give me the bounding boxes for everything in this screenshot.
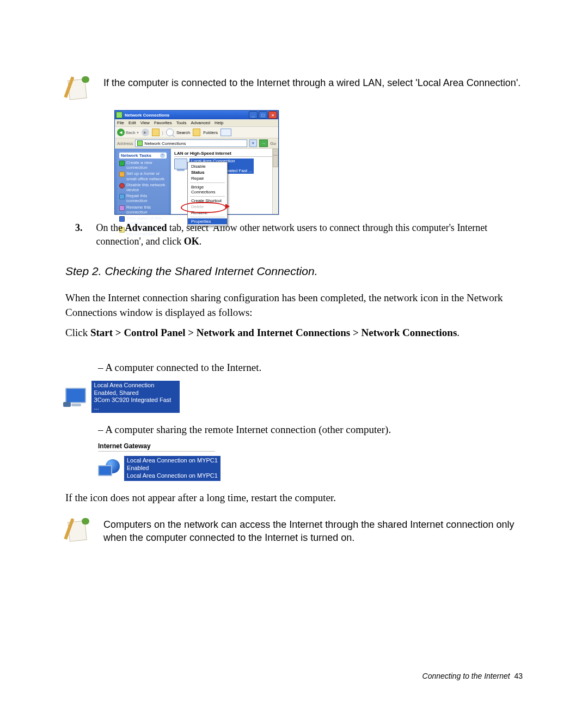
- toolbar: ◄ Back ▾ ► | Search Folders: [115, 127, 278, 138]
- side-panel: Network Tasks ˄ Create a new connection …: [115, 149, 171, 214]
- task-disable[interactable]: Disable this network device: [119, 182, 167, 192]
- address-dropdown[interactable]: ▾: [249, 139, 257, 147]
- ctx-status[interactable]: Status: [188, 169, 227, 175]
- globe-monitor-icon: [98, 459, 120, 478]
- group-header: LAN or High-Speed Internet: [174, 151, 276, 157]
- menu-view[interactable]: View: [140, 120, 150, 125]
- main-content: ˄ LAN or High-Speed Internet Local Area …: [171, 149, 278, 214]
- folders-icon: [193, 129, 200, 136]
- gateway-header: Internet Gateway: [98, 442, 215, 452]
- section-heading: Step 2. Checking the Shared Internet Con…: [65, 265, 523, 278]
- document-page: If the computer is connected to the Inte…: [0, 0, 588, 713]
- bullet-1: – A computer connected to the Internet.: [98, 361, 523, 375]
- side-panel-title[interactable]: Network Tasks ˄: [119, 153, 167, 159]
- note-text-1: If the computer is connected to the Inte…: [103, 76, 523, 89]
- paragraph-1: When the Internet connection sharing con…: [65, 291, 523, 320]
- up-folder-button[interactable]: [152, 129, 160, 136]
- window-minimize-button[interactable]: _: [249, 111, 258, 119]
- context-menu: Disable Status Repair Bridge Connections…: [187, 162, 228, 226]
- note-text-2: Computers on the network can access the …: [103, 518, 523, 545]
- ctx-properties[interactable]: Properties: [188, 218, 227, 224]
- bullet-2: – A computer sharing the remote Internet…: [98, 423, 523, 437]
- scroll-thumb[interactable]: [273, 155, 278, 167]
- menu-tools[interactable]: Tools: [176, 120, 187, 125]
- search-button[interactable]: Search: [176, 130, 190, 135]
- note-pencil-icon: [65, 518, 90, 543]
- address-value: Network Connections: [144, 141, 186, 146]
- chevron-up-icon: ˄: [160, 153, 165, 158]
- note-pencil-icon: [65, 76, 90, 101]
- menu-bar: File Edit View Favorites Tools Advanced …: [115, 119, 278, 127]
- connection-icon: [174, 159, 187, 169]
- ctx-rename[interactable]: Rename: [188, 210, 227, 216]
- step-number: 3.: [75, 221, 87, 248]
- ctx-delete: Delete: [188, 204, 227, 210]
- scroll-up-icon[interactable]: ˄: [273, 149, 278, 155]
- forward-button[interactable]: ►: [142, 129, 149, 136]
- numbered-step-3: 3. On the Advanced tab, select 'Allow ot…: [75, 221, 523, 248]
- menu-advanced[interactable]: Advanced: [191, 120, 210, 125]
- address-label: Address: [117, 141, 133, 146]
- back-button[interactable]: ◄ Back ▾: [117, 129, 139, 136]
- step-text: On the Advanced tab, select 'Allow other…: [96, 221, 523, 248]
- menu-edit[interactable]: Edit: [128, 120, 136, 125]
- search-icon: [166, 129, 174, 136]
- paragraph-3: If the icon does not appear after a long…: [65, 491, 523, 505]
- lan-tile-remote: Local Area Connection on MYPC1 Enabled L…: [98, 456, 229, 480]
- annotation-arrow-icon: [225, 204, 230, 209]
- task-setup-home[interactable]: Set up a home or small office network: [119, 171, 167, 181]
- screenshot-network-connections: Network Connections _ □ × File Edit View…: [114, 110, 279, 215]
- address-icon: [137, 141, 143, 146]
- address-field[interactable]: Network Connections: [135, 139, 247, 147]
- ctx-bridge[interactable]: Bridge Connections: [188, 184, 227, 195]
- ctx-shortcut[interactable]: Create Shortcut: [188, 198, 227, 204]
- menu-favorites[interactable]: Favorites: [154, 120, 172, 125]
- window-close-button[interactable]: ×: [268, 111, 277, 119]
- views-button[interactable]: [220, 129, 231, 136]
- lan-monitor-icon: [65, 388, 87, 405]
- note-block-2: Computers on the network can access the …: [65, 518, 523, 545]
- address-bar: Address Network Connections ▾ → Go: [115, 138, 278, 149]
- dropdown-icon: ▾: [137, 130, 139, 135]
- back-label: Back: [126, 130, 136, 135]
- back-icon: ◄: [117, 129, 125, 136]
- lan-tile2-text: Local Area Connection on MYPC1 Enabled L…: [124, 456, 220, 480]
- ctx-disable[interactable]: Disable: [188, 163, 227, 169]
- task-rename[interactable]: Rename this connection: [119, 205, 167, 215]
- task-repair[interactable]: Repair this connection: [119, 193, 167, 203]
- paragraph-2: Click Start > Control Panel > Network an…: [65, 326, 523, 340]
- task-create-new[interactable]: Create a new connection: [119, 160, 167, 170]
- menu-help[interactable]: Help: [215, 120, 223, 125]
- menu-file[interactable]: File: [117, 120, 124, 125]
- note-block-1: If the computer is connected to the Inte…: [65, 76, 523, 101]
- ctx-repair[interactable]: Repair: [188, 175, 227, 181]
- go-button-label[interactable]: Go: [270, 141, 276, 146]
- window-title: Network Connections: [125, 113, 169, 118]
- go-button-icon[interactable]: →: [259, 139, 268, 147]
- lan-tile-connected: Local Area Connection Enabled, Shared 3C…: [65, 381, 180, 413]
- folders-button[interactable]: Folders: [203, 130, 218, 135]
- page-footer: Connecting to the Internet 43: [422, 672, 523, 680]
- lan-tile-text: Local Area Connection Enabled, Shared 3C…: [91, 381, 180, 413]
- scrollbar[interactable]: ˄: [272, 149, 278, 214]
- window-maximize-button[interactable]: □: [259, 111, 267, 119]
- window-body: Network Tasks ˄ Create a new connection …: [115, 149, 278, 214]
- window-app-icon: [116, 112, 122, 118]
- window-titlebar: Network Connections _ □ ×: [115, 111, 278, 119]
